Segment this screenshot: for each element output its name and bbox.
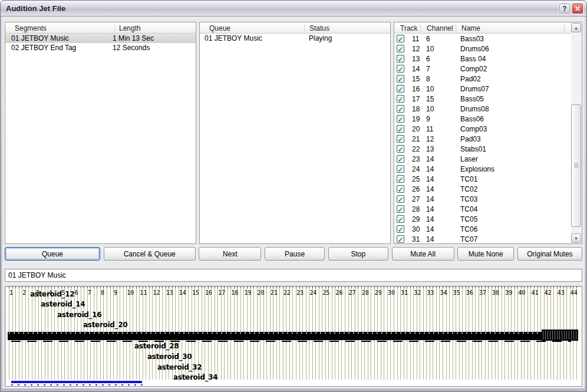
track-checkbox[interactable]: ✓ <box>397 95 404 103</box>
track-checkbox[interactable]: ✓ <box>397 135 404 143</box>
measure-number: 8 <box>101 289 104 296</box>
track-checkbox[interactable]: ✓ <box>397 55 404 62</box>
column-header-queue[interactable]: Queue <box>209 24 230 32</box>
track-checkbox[interactable]: ✓ <box>397 115 404 123</box>
measure-number: 40 <box>518 289 525 296</box>
track-row[interactable]: ✓1810Drums08 <box>394 104 582 114</box>
track-checkbox[interactable]: ✓ <box>397 105 404 113</box>
track-checkbox[interactable]: ✓ <box>397 225 404 233</box>
track-name: Drums07 <box>460 85 489 93</box>
measure-number: 29 <box>375 289 382 296</box>
track-checkbox[interactable]: ✓ <box>397 35 404 42</box>
measure-number: 32 <box>414 289 421 296</box>
track-checkbox[interactable]: ✓ <box>397 145 404 153</box>
track-row[interactable]: ✓2914TC05 <box>394 214 582 224</box>
track-channel: 6 <box>426 35 430 43</box>
track-row[interactable]: ✓1610Drums07 <box>394 84 582 94</box>
track-checkbox[interactable]: ✓ <box>397 195 404 203</box>
track-row[interactable]: ✓2814TC04 <box>394 204 582 214</box>
event-label-asteroid_12: asteroid_12 <box>30 290 74 298</box>
queue-item-status: Playing <box>309 34 332 42</box>
track-checkbox[interactable]: ✓ <box>397 205 404 213</box>
measure-number: 31 <box>401 289 408 296</box>
scroll-up-button[interactable]: ▲ <box>571 23 581 32</box>
column-separator[interactable] <box>114 24 115 32</box>
track-row[interactable]: ✓2614TC02 <box>394 184 582 194</box>
column-header-length[interactable]: Length <box>119 24 141 32</box>
track-row[interactable]: ✓2314Laser <box>394 154 582 164</box>
track-row[interactable]: ✓116Bass03 <box>394 34 582 44</box>
measure-number: 17 <box>218 289 225 296</box>
current-segment-field[interactable]: 01 JETBOY Music <box>5 269 582 282</box>
track-row[interactable]: ✓3114TC07 <box>394 234 582 244</box>
track-row[interactable]: ✓1715Bass05 <box>394 94 582 104</box>
segment-row[interactable]: 02 JETBOY End Tag12 Seconds <box>5 43 196 52</box>
queue-button[interactable]: Queue <box>5 247 100 261</box>
track-checkbox[interactable]: ✓ <box>397 185 404 193</box>
segment-length: 1 Min 13 Sec <box>113 34 154 42</box>
stop-button[interactable]: Stop <box>328 247 388 261</box>
column-header-name[interactable]: Name <box>461 24 480 32</box>
track-checkbox[interactable]: ✓ <box>397 235 404 243</box>
track-checkbox[interactable]: ✓ <box>397 175 404 183</box>
column-separator[interactable] <box>304 24 305 32</box>
event-label-asteroid_16: asteroid_16 <box>57 311 101 319</box>
track-channel: 14 <box>426 205 434 213</box>
queue-row[interactable]: 01 JETBOY MusicPlaying <box>200 34 390 43</box>
track-checkbox[interactable]: ✓ <box>397 125 404 133</box>
mute-none-button[interactable]: Mute None <box>457 247 514 261</box>
track-row[interactable]: ✓2514TC01 <box>394 174 582 184</box>
track-row[interactable]: ✓2414Explosions <box>394 164 582 174</box>
segment-row[interactable]: 01 JETBOY Music1 Min 13 Sec <box>5 34 196 43</box>
original-mutes-button[interactable]: Original Mutes <box>517 247 582 261</box>
column-header-channel[interactable]: Channel <box>427 24 453 32</box>
track-channel: 14 <box>426 165 434 173</box>
track-checkbox[interactable]: ✓ <box>397 75 404 83</box>
title-bar[interactable]: Audition Jet File ? ✕ <box>1 1 586 17</box>
tracks-scrollbar[interactable]: ▲ ▼ <box>571 23 581 243</box>
track-number: 19 <box>412 115 420 123</box>
dialog-content: Segments Length 01 JETBOY Music1 Min 13 … <box>2 17 585 388</box>
track-number: 18 <box>412 105 420 113</box>
mute-all-button[interactable]: Mute All <box>392 247 454 261</box>
track-row[interactable]: ✓2714TC03 <box>394 194 582 204</box>
track-checkbox[interactable]: ✓ <box>397 165 404 173</box>
track-number: 23 <box>412 155 420 163</box>
cancel-queue-button[interactable]: Cancel & Queue <box>104 247 196 261</box>
track-name: Comp03 <box>460 125 487 133</box>
column-header-status[interactable]: Status <box>309 24 329 32</box>
track-row[interactable]: ✓2011Comp03 <box>394 124 582 134</box>
track-row[interactable]: ✓158Pad02 <box>394 74 582 84</box>
track-channel: 15 <box>426 95 434 103</box>
measure-number: 30 <box>388 289 395 296</box>
pause-button[interactable]: Pause <box>265 247 325 261</box>
event-label-asteroid_28: asteroid_28 <box>134 342 179 350</box>
close-button[interactable]: ✕ <box>572 3 583 14</box>
track-checkbox[interactable]: ✓ <box>397 215 404 223</box>
next-button[interactable]: Next <box>199 247 261 261</box>
column-header-track[interactable]: Track <box>400 24 418 32</box>
track-row[interactable]: ✓1210Drums06 <box>394 44 582 54</box>
track-checkbox[interactable]: ✓ <box>397 65 404 73</box>
help-button[interactable]: ? <box>559 3 570 14</box>
column-separator[interactable] <box>564 24 565 32</box>
column-separator[interactable] <box>456 24 456 32</box>
scroll-down-button[interactable]: ▼ <box>571 233 581 243</box>
track-row[interactable]: ✓2112Pad03 <box>394 134 582 144</box>
track-checkbox[interactable]: ✓ <box>397 85 404 93</box>
scrollbar-thumb[interactable] <box>571 104 581 227</box>
track-checkbox[interactable]: ✓ <box>397 45 404 52</box>
measure-number: 42 <box>545 289 552 296</box>
track-row[interactable]: ✓199Bass06 <box>394 114 582 124</box>
track-checkbox[interactable]: ✓ <box>397 155 404 163</box>
timeline-panel[interactable]: 1234567891011121314151617181920212223242… <box>5 286 582 387</box>
tracks-header: Track Channel Name <box>394 22 571 34</box>
track-row[interactable]: ✓147Comp02 <box>394 64 582 74</box>
track-channel: 9 <box>426 115 430 123</box>
measure-number: 43 <box>558 289 565 296</box>
column-separator[interactable] <box>420 24 421 32</box>
track-row[interactable]: ✓2213Stabs01 <box>394 144 582 154</box>
track-row[interactable]: ✓3014TC06 <box>394 224 582 234</box>
track-row[interactable]: ✓136Bass 04 <box>394 54 582 64</box>
column-header-segments[interactable]: Segments <box>15 24 47 32</box>
